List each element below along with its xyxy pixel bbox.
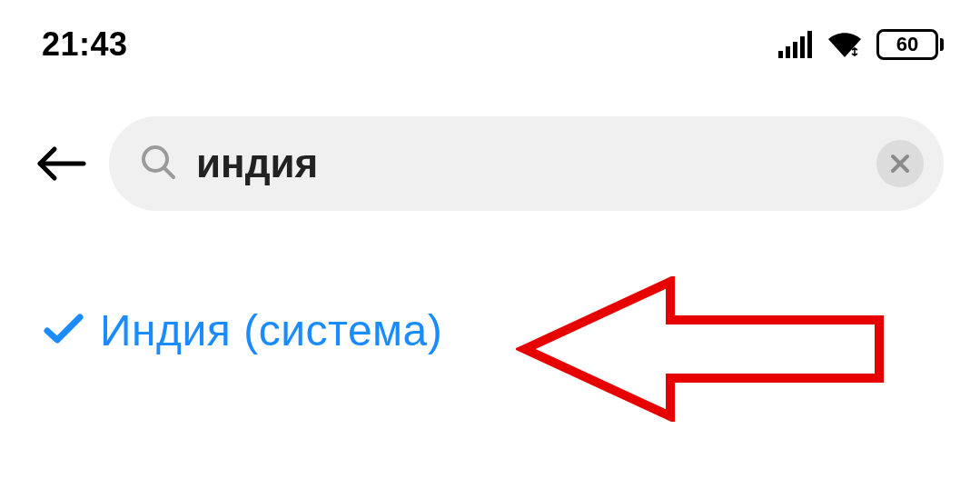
- svg-line-7: [164, 168, 173, 177]
- clock: 21:43: [42, 25, 128, 64]
- search-icon: [140, 144, 176, 184]
- close-icon: [889, 153, 911, 175]
- battery-icon: 60: [876, 29, 944, 60]
- wifi-icon: [826, 30, 864, 59]
- cellular-signal-icon: [778, 31, 813, 58]
- clear-search-button[interactable]: [876, 140, 924, 187]
- back-button[interactable]: [36, 145, 87, 182]
- svg-rect-3: [800, 36, 805, 58]
- svg-rect-1: [786, 46, 790, 58]
- result-name: Индия: [100, 306, 231, 354]
- result-text: Индия (система): [100, 305, 442, 355]
- search-result-row[interactable]: Индия (система): [0, 211, 980, 355]
- svg-rect-2: [793, 42, 797, 58]
- status-icons: 60: [778, 29, 944, 60]
- battery-level: 60: [896, 33, 918, 56]
- svg-rect-4: [807, 31, 812, 58]
- search-box[interactable]: [109, 116, 944, 211]
- status-bar: 21:43 60: [0, 0, 980, 64]
- checkmark-icon: [44, 313, 84, 349]
- svg-rect-0: [778, 51, 783, 58]
- search-bar-row: [0, 64, 980, 211]
- search-input[interactable]: [196, 141, 856, 186]
- result-suffix: (система): [243, 306, 442, 354]
